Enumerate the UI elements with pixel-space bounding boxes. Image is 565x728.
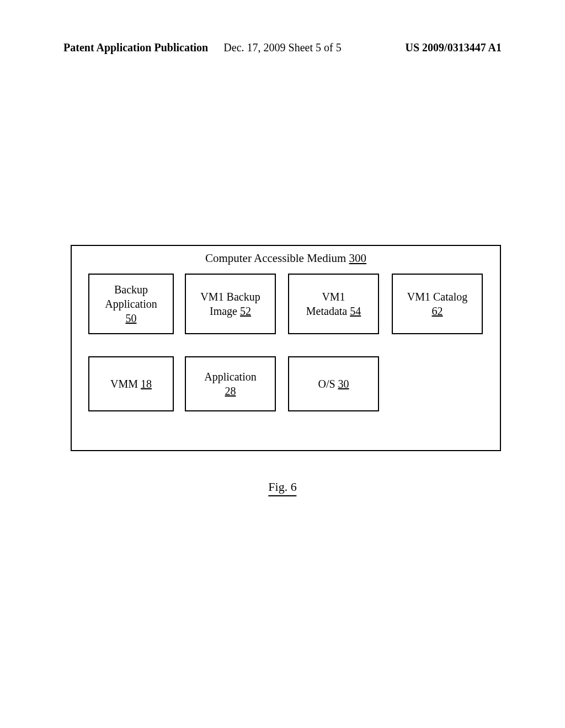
box-ref: 28 bbox=[225, 384, 236, 398]
box-label: VM1 Backup bbox=[200, 290, 260, 304]
box-label-with-ref: VMM 18 bbox=[110, 377, 152, 391]
box-backup-application: Backup Application 50 bbox=[88, 274, 174, 334]
header-publication-type: Patent Application Publication bbox=[63, 41, 208, 54]
box-os: O/S 30 bbox=[288, 356, 379, 411]
box-label: Backup bbox=[114, 282, 148, 297]
box-label: Application bbox=[204, 370, 256, 384]
box-label-with-ref: Metadata 54 bbox=[306, 304, 361, 318]
box-label-with-ref: Image 52 bbox=[210, 304, 251, 318]
diagram-title: Computer Accessible Medium 300 bbox=[205, 251, 366, 265]
box-application: Application 28 bbox=[185, 356, 276, 411]
box-vm1-metadata: VM1 Metadata 54 bbox=[288, 274, 379, 334]
box-label: VM1 bbox=[322, 290, 345, 304]
box-ref: 62 bbox=[432, 304, 443, 318]
box-vm1-backup-image: VM1 Backup Image 52 bbox=[185, 274, 276, 334]
diagram-title-text: Computer Accessible Medium bbox=[205, 251, 349, 265]
header-publication-number: US 2009/0313447 A1 bbox=[406, 41, 502, 54]
box-ref: 52 bbox=[240, 305, 251, 317]
box-ref: 18 bbox=[141, 378, 152, 390]
box-vm1-catalog: VM1 Catalog 62 bbox=[392, 274, 483, 334]
box-label-with-ref: O/S 30 bbox=[318, 377, 349, 391]
diagram-title-ref: 300 bbox=[349, 251, 367, 265]
box-ref: 30 bbox=[338, 378, 349, 390]
box-label: VM1 Catalog bbox=[407, 290, 467, 304]
box-label: Application bbox=[105, 297, 157, 311]
box-ref: 50 bbox=[126, 311, 137, 325]
box-vmm: VMM 18 bbox=[88, 356, 174, 411]
figure-caption: Fig. 6 bbox=[268, 480, 296, 496]
diagram-outer-box: Computer Accessible Medium 300 Backup Ap… bbox=[71, 245, 501, 451]
box-ref: 54 bbox=[350, 305, 361, 317]
header-date-sheet: Dec. 17, 2009 Sheet 5 of 5 bbox=[223, 41, 341, 54]
